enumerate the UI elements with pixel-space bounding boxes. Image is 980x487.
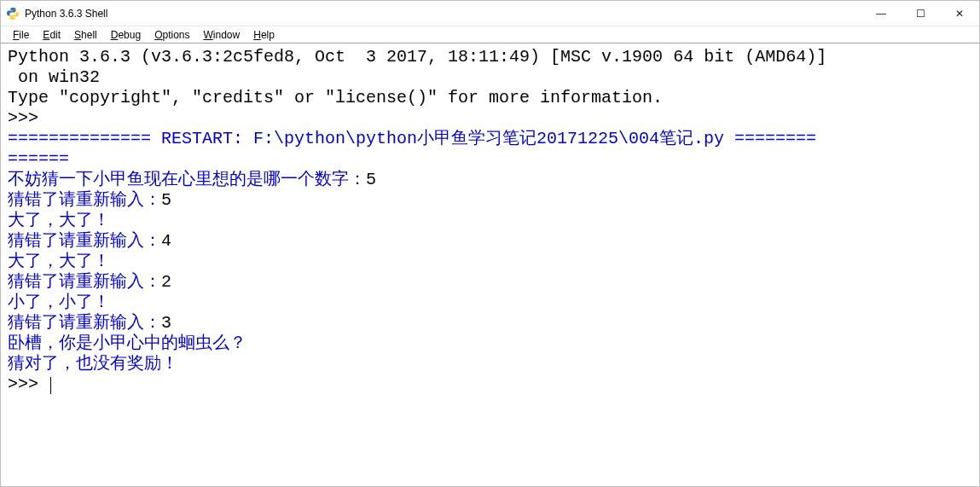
window-title: Python 3.6.3 Shell [25, 8, 861, 20]
program-output: 卧槽，你是小甲心中的蛔虫么？ [8, 333, 246, 353]
menu-shell[interactable]: Shell [67, 28, 104, 42]
banner-line: Python 3.6.3 (v3.6.3:2c5fed8, Oct 3 2017… [8, 47, 826, 67]
program-output: 猜错了请重新输入： [8, 190, 161, 210]
user-input: 5 [161, 190, 171, 210]
user-input: 4 [161, 231, 171, 251]
banner-line: Type "copyright", "credits" or "license(… [8, 88, 663, 107]
text-cursor [50, 377, 51, 394]
close-button[interactable]: ✕ [940, 1, 979, 26]
menu-file[interactable]: File [6, 28, 36, 42]
prompt: >>> [8, 374, 49, 394]
user-input: 3 [161, 313, 171, 333]
menu-bar: File Edit Shell Debug Options Window Hel… [1, 26, 979, 43]
menu-debug[interactable]: Debug [104, 28, 148, 42]
menu-edit[interactable]: Edit [36, 28, 67, 42]
program-output: 不妨猜一下小甲鱼现在心里想的是哪一个数字： [8, 170, 366, 189]
restart-line: ============== RESTART: F:\python\python… [8, 129, 816, 148]
prompt: >>> [8, 108, 49, 128]
menu-help[interactable]: Help [246, 28, 281, 42]
menu-window[interactable]: Window [197, 28, 247, 42]
menu-options[interactable]: Options [148, 28, 196, 42]
window-buttons: — ☐ ✕ [861, 1, 979, 26]
restart-line: ====== [8, 149, 69, 169]
console-output[interactable]: Python 3.6.3 (v3.6.3:2c5fed8, Oct 3 2017… [1, 43, 979, 484]
minimize-button[interactable]: — [861, 1, 901, 26]
program-output: 大了，大了！ [8, 252, 110, 271]
maximize-button[interactable]: ☐ [901, 1, 940, 26]
title-bar: Python 3.6.3 Shell — ☐ ✕ [1, 1, 979, 26]
program-output: 猜错了请重新输入： [8, 313, 161, 333]
user-input: 5 [366, 170, 376, 189]
program-output: 猜错了请重新输入： [8, 231, 161, 251]
program-output: 猜错了请重新输入： [8, 272, 161, 292]
program-output: 大了，大了！ [8, 211, 110, 230]
banner-line: on win32 [8, 67, 100, 87]
program-output: 小了，小了！ [8, 293, 110, 312]
program-output: 猜对了，也没有奖励！ [8, 354, 178, 374]
python-icon [6, 7, 20, 20]
user-input: 2 [161, 272, 171, 292]
